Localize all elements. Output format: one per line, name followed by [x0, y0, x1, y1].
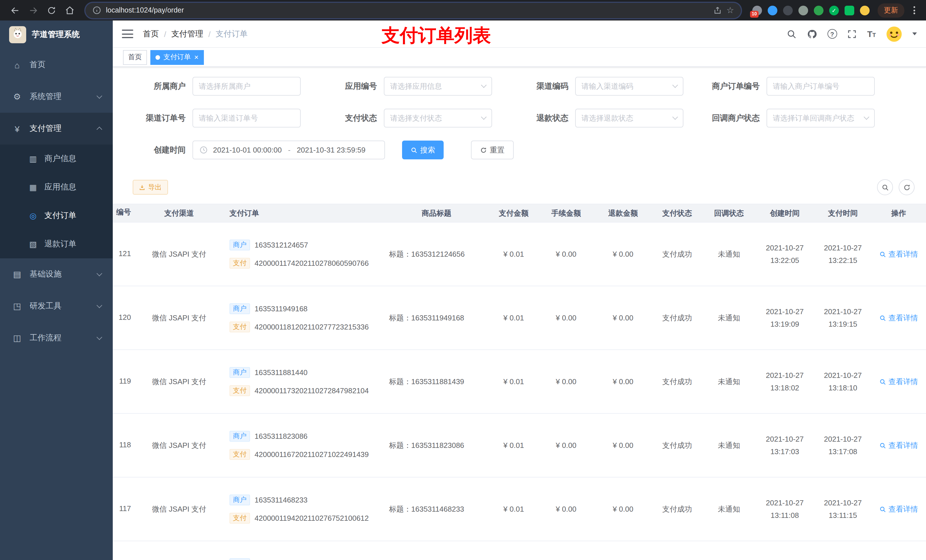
- sidebar-item-refund-order[interactable]: ▧ 退款订单: [0, 230, 113, 258]
- order-id: 118: [114, 440, 131, 449]
- product-title: 标题：1635311949168: [383, 286, 490, 350]
- merchant-input[interactable]: [192, 77, 301, 96]
- bookmark-star-icon[interactable]: [726, 5, 734, 15]
- tags-view-bar: 首页 支付订单: [113, 48, 926, 67]
- merchant-order-no: 1635311823086: [254, 432, 307, 441]
- refresh-icon[interactable]: [45, 5, 57, 16]
- view-detail-link[interactable]: 查看详情: [879, 376, 918, 387]
- browser-update-button[interactable]: 更新: [878, 3, 904, 17]
- view-detail-link[interactable]: 查看详情: [879, 440, 918, 450]
- search-icon[interactable]: [786, 29, 797, 39]
- pay-channel: 微信 JSAPI 支付: [142, 286, 216, 350]
- view-detail-link[interactable]: 查看详情: [879, 313, 918, 323]
- toggle-search-button[interactable]: [877, 179, 893, 195]
- app-logo: 芋道管理系统: [0, 21, 113, 49]
- url-text: localhost:1024/pay/order: [106, 6, 708, 14]
- app-no-select[interactable]: 请选择应用信息: [384, 77, 492, 96]
- target-icon: ◎: [27, 211, 39, 220]
- pay-order-no: 4200001194202110276752100612: [254, 514, 369, 522]
- sidebar-item-merchant-info[interactable]: ▥ 商户信息: [0, 145, 113, 173]
- browser-menu-icon[interactable]: [910, 6, 918, 14]
- tab-pay-order[interactable]: 支付订单: [150, 50, 204, 65]
- create-time: 2021-10-2713:17:03: [755, 414, 814, 477]
- address-bar[interactable]: localhost:1024/pay/order: [85, 3, 741, 18]
- export-button[interactable]: 导出: [133, 180, 168, 195]
- product-title: 标题：1635311881439: [383, 350, 490, 414]
- home-icon[interactable]: [64, 5, 75, 16]
- merchant-tag: 商户: [230, 431, 250, 442]
- order-table: 编号 支付渠道 支付订单 商品标题 支付金额 手续金额 退款金额 支付状态 回调…: [113, 204, 926, 560]
- help-icon[interactable]: [827, 29, 837, 39]
- fee-amount: ¥ 0.00: [538, 222, 595, 286]
- fullscreen-icon[interactable]: [847, 29, 857, 39]
- reset-button[interactable]: 重置: [471, 140, 514, 159]
- tab-home[interactable]: 首页: [123, 50, 147, 65]
- filter-label: 支付状态: [316, 113, 384, 123]
- sidebar-item-payment[interactable]: ¥ 支付管理: [0, 113, 113, 145]
- sidebar-item-label: 研发工具: [30, 301, 62, 311]
- forward-icon[interactable]: [27, 5, 39, 16]
- sidebar-item-system[interactable]: ⚙ 系统管理: [0, 81, 113, 113]
- refund-amount: ¥ 0.00: [595, 477, 652, 541]
- view-detail-link[interactable]: 查看详情: [879, 504, 918, 514]
- sidebar: 芋道管理系统 ⌂ 首页 ⚙ 系统管理 ¥ 支付管理 ▥ 商户信息: [0, 21, 113, 560]
- sidebar-item-label: 支付管理: [30, 124, 62, 134]
- breadcrumb-home[interactable]: 首页: [143, 29, 159, 39]
- hamburger-icon[interactable]: [122, 30, 133, 38]
- bank-card-icon: ▥: [27, 154, 39, 163]
- breadcrumb-pay[interactable]: 支付管理: [171, 29, 203, 39]
- merchant-order-no: 1635311949168: [254, 305, 307, 313]
- extension-icon[interactable]: [844, 5, 854, 15]
- channel-order-no-input[interactable]: [192, 109, 301, 127]
- sidebar-item-devtools[interactable]: ◳ 研发工具: [0, 290, 113, 322]
- order-id: 120: [114, 313, 131, 321]
- merchant-order-no: 1635312124657: [254, 241, 308, 249]
- chevron-down-icon: [672, 114, 678, 120]
- view-detail-link[interactable]: 查看详情: [879, 249, 918, 259]
- refund-amount: ¥ 0.00: [595, 414, 652, 477]
- sidebar-item-workflow[interactable]: ◫ 工作流程: [0, 322, 113, 354]
- pay-tag: 支付: [230, 385, 250, 396]
- refresh-table-button[interactable]: [899, 179, 915, 195]
- filter-label: 渠道编码: [507, 81, 575, 91]
- info-icon[interactable]: [92, 6, 101, 15]
- pay-status-select[interactable]: 请选择支付状态: [384, 109, 492, 127]
- app-title: 芋道管理系统: [32, 30, 80, 40]
- chevron-down-icon: [97, 270, 102, 276]
- refund-status-select[interactable]: 请选择退款状态: [575, 109, 683, 127]
- sidebar-item-home[interactable]: ⌂ 首页: [0, 49, 113, 81]
- sidebar-item-infra[interactable]: ▤ 基础设施: [0, 258, 113, 290]
- merchant-tag: 商户: [230, 558, 250, 560]
- extension-icon[interactable]: [860, 5, 870, 15]
- sidebar-item-pay-order[interactable]: ◎ 支付订单: [0, 201, 113, 230]
- extension-icon[interactable]: [799, 5, 808, 15]
- table-row: 121 微信 JSAPI 支付 商户1635312124657 支付420000…: [113, 222, 926, 286]
- create-time-range-picker[interactable]: 2021-10-01 00:00:00 - 2021-10-31 23:59:5…: [192, 140, 385, 159]
- font-size-icon[interactable]: [867, 29, 876, 39]
- pay-order-cell: 商户1635311468233 支付4200001194202110276752…: [216, 477, 383, 541]
- caret-down-icon[interactable]: [912, 32, 917, 35]
- search-button[interactable]: 搜索: [402, 140, 443, 159]
- back-icon[interactable]: [9, 5, 21, 16]
- extension-icon[interactable]: [829, 5, 839, 15]
- merchant-tag: 商户: [230, 367, 250, 378]
- sidebar-item-label: 商户信息: [44, 154, 76, 164]
- sidebar-item-app-info[interactable]: ▦ 应用信息: [0, 173, 113, 201]
- table-toolbar: 导出: [113, 179, 926, 195]
- extension-icon[interactable]: [814, 5, 823, 15]
- close-icon[interactable]: [194, 53, 198, 61]
- channel-code-select[interactable]: 请输入渠道编码: [575, 77, 683, 96]
- extension-icon[interactable]: [768, 5, 777, 15]
- notify-status-select[interactable]: 请选择订单回调商户状态: [767, 109, 875, 127]
- refund-amount: ¥ 0.00: [595, 350, 652, 414]
- extension-icon[interactable]: [783, 5, 793, 15]
- extensions-puzzle-icon[interactable]: 10: [752, 5, 762, 15]
- notify-status: 未通知: [703, 222, 755, 286]
- merchant-order-no-input[interactable]: [767, 77, 875, 96]
- github-icon[interactable]: [807, 29, 817, 39]
- pay-order-cell: 商户1635311949168 支付4200001181202110277723…: [216, 286, 383, 350]
- share-icon[interactable]: [713, 6, 722, 15]
- pay-time: 2021-10-2713:11:15: [814, 477, 872, 541]
- filter-label: 应用编号: [316, 81, 384, 91]
- user-avatar[interactable]: [885, 25, 903, 42]
